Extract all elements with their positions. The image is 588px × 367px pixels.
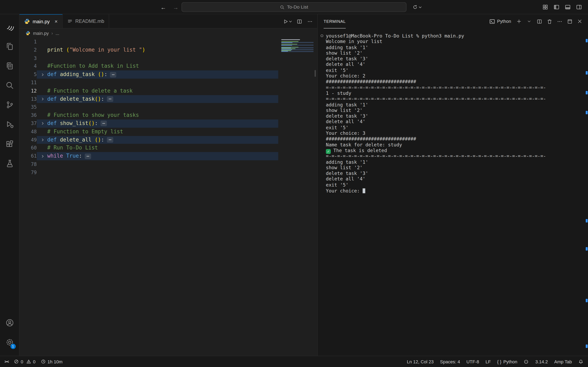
notifications-bell[interactable] [578,359,584,364]
command-center-search[interactable]: To-Do List [182,2,406,12]
language-mode[interactable]: { } Python [497,359,517,364]
add-button[interactable] [515,17,523,26]
code-line-78[interactable]: 78 [20,160,317,168]
documents-icon [6,62,14,70]
activity-testing-button[interactable] [1,154,18,173]
minimap[interactable] [281,39,314,54]
layout-sidebar-left-button[interactable] [552,3,561,12]
activity-bar-top [1,14,18,173]
code-line-11[interactable]: 11 [20,79,317,87]
more-button[interactable] [555,17,564,26]
encoding[interactable]: UTF-8 [466,359,479,364]
indentation[interactable]: Spaces: 4 [440,359,460,364]
terminal-profile-chip[interactable]: Python [489,18,511,24]
code-line-61[interactable]: 61while True:⋯ [20,152,317,160]
tab-readme-mb[interactable]: README.mb [62,14,109,28]
activity-documents-button[interactable] [1,56,18,76]
line-number: 2 [20,46,37,54]
activity-settings-button[interactable]: 1 [1,333,18,352]
copilot-status[interactable] [524,359,529,364]
navigate-forward-button[interactable]: → [173,4,179,10]
eol-selector[interactable]: LF [485,359,491,364]
fold-chevron-icon[interactable] [37,155,47,157]
code-line-35[interactable]: 35 [20,103,317,111]
breadcrumb-more[interactable]: ... [56,31,59,36]
time-tracker[interactable]: 1h 10m [41,359,63,364]
line-number: 48 [20,128,37,136]
fold-chevron-icon[interactable] [37,139,47,141]
tab-terminal[interactable]: TERMINAL [324,14,346,29]
code-text: def delete_all (): [47,136,104,144]
run-button[interactable] [281,17,293,26]
cursor-position[interactable]: Ln 12, Col 23 [407,359,434,364]
code-line-3[interactable]: 3 [20,54,317,62]
folded-code-ellipsis[interactable]: ⋯ [85,153,91,159]
terminal-output[interactable]: youssef1@MacBook-Pro To-Do List % python… [318,29,588,356]
trash-button[interactable] [545,17,554,26]
code-line-body: def delete_task():⋯ [37,95,278,103]
code-line-5[interactable]: 5def adding_task ():⋯ [20,71,317,79]
layout-panel-button[interactable] [563,3,572,12]
code-line-13[interactable]: 13def delete_task():⋯ [20,95,317,103]
more-button[interactable] [305,17,314,26]
code-line-60[interactable]: 60# Run To-Do List [20,144,317,152]
problems-warnings[interactable]: 0 [26,359,35,364]
customize-layout-button[interactable] [541,3,550,12]
folded-code-ellipsis[interactable]: ⋯ [100,121,107,126]
problems-errors[interactable]: 0 [14,359,23,364]
terminal-overview-ruler[interactable] [585,14,588,356]
code-line-36[interactable]: 36# Function to show your tasks [20,111,317,119]
code-line-37[interactable]: 37def show_list():⋯ [20,119,317,128]
chevron-down-button[interactable] [525,17,534,26]
code-line-body [37,54,278,62]
code-lines: 12print ("Wolcome in your list ")34#Func… [20,38,317,177]
layout-controls [541,0,584,14]
code-line-49[interactable]: 49def delete_all ():⋯ [20,136,317,144]
scroll-decoration-mark [586,91,588,94]
terminal-line: exit '5' [326,125,588,130]
code-line-1[interactable]: 1 [20,38,317,46]
code-line-48[interactable]: 48# Function to Empty list [20,128,317,136]
session-sync-button[interactable] [412,0,421,14]
code-line-4[interactable]: 4#Function to Add task in List [20,62,317,71]
terminal-line: adding task '1' [326,159,588,165]
code-line-2[interactable]: 2print ("Wolcome in your list ") [20,46,317,54]
activity-search-button[interactable] [1,76,18,95]
navigate-back-button[interactable]: ← [160,4,166,10]
copilot-icon [524,359,529,364]
more-icon [557,18,562,24]
activity-run-debug-button[interactable] [1,115,18,134]
editor-scrollbar-thumb[interactable] [315,70,316,77]
activity-account-button[interactable] [1,313,18,333]
code-line-12[interactable]: 12# Function to delete a task [20,87,317,95]
fold-chevron-icon[interactable] [37,74,47,75]
code-line-79[interactable]: 79 [20,168,317,176]
search-text: To-Do List [287,4,308,10]
amp-tab-status[interactable]: Amp Tab [554,359,572,364]
split-editor-button[interactable] [295,17,304,26]
breadcrumb[interactable]: main.py › ... [20,29,317,38]
code-line-body: # Function to show your tasks [37,111,278,119]
folded-code-ellipsis[interactable]: ⋯ [107,96,113,102]
remote-indicator[interactable]: >< [4,359,9,364]
split-terminal-button[interactable] [535,17,544,26]
folded-code-ellipsis[interactable]: ⋯ [107,137,113,143]
command-decoration-icon[interactable] [320,34,323,37]
fold-chevron-icon[interactable] [37,98,47,100]
breadcrumb-file[interactable]: main.py [33,31,49,36]
folded-code-ellipsis[interactable]: ⋯ [110,72,117,77]
close-button[interactable] [575,17,584,26]
close-tab-icon[interactable]: × [54,19,58,24]
tab-main-py[interactable]: main.py × [20,14,63,28]
maximize-panel-button[interactable] [565,17,574,26]
activity-source-control-button[interactable] [1,95,18,115]
activity-extensions-button[interactable] [1,134,18,154]
error-icon [14,359,19,364]
activity-explorer-button[interactable] [1,37,18,56]
fold-chevron-icon[interactable] [37,123,47,124]
activity-amp-button[interactable] [1,17,18,37]
split-editor-icon [296,18,302,24]
python-interpreter[interactable]: 3.14.2 [535,359,548,364]
layout-sidebar-right-button[interactable] [575,3,584,12]
code-editor[interactable]: 12print ("Wolcome in your list ")34#Func… [20,38,317,356]
